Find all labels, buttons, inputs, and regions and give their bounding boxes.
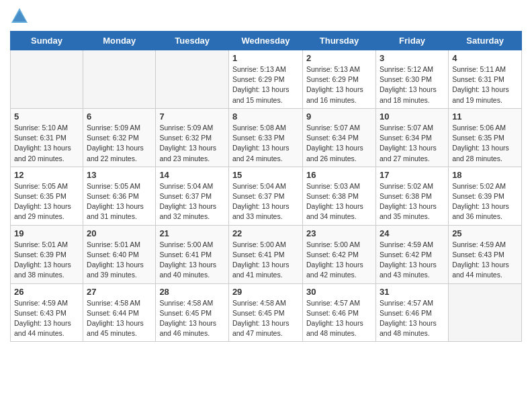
day-cell: 20Sunrise: 5:01 AMSunset: 6:40 PMDayligh… bbox=[83, 225, 156, 283]
day-cell: 19Sunrise: 5:01 AMSunset: 6:39 PMDayligh… bbox=[11, 225, 83, 283]
day-number: 28 bbox=[159, 287, 225, 297]
day-cell: 14Sunrise: 5:04 AMSunset: 6:37 PMDayligh… bbox=[156, 167, 229, 225]
day-info: Sunrise: 5:00 AMSunset: 6:42 PMDaylight:… bbox=[306, 240, 372, 281]
day-number: 18 bbox=[452, 170, 518, 180]
day-info: Sunrise: 5:07 AMSunset: 6:34 PMDaylight:… bbox=[380, 123, 445, 164]
week-row-4: 19Sunrise: 5:01 AMSunset: 6:39 PMDayligh… bbox=[11, 225, 522, 283]
day-info: Sunrise: 5:02 AMSunset: 6:38 PMDaylight:… bbox=[380, 181, 445, 222]
day-cell: 15Sunrise: 5:04 AMSunset: 6:37 PMDayligh… bbox=[228, 167, 302, 225]
day-number: 27 bbox=[87, 287, 152, 297]
day-cell: 5Sunrise: 5:10 AMSunset: 6:31 PMDaylight… bbox=[11, 108, 83, 167]
day-cell: 22Sunrise: 5:00 AMSunset: 6:41 PMDayligh… bbox=[228, 225, 302, 283]
col-header-friday: Friday bbox=[376, 32, 449, 50]
day-cell: 4Sunrise: 5:11 AMSunset: 6:31 PMDaylight… bbox=[449, 50, 522, 109]
day-info: Sunrise: 5:13 AMSunset: 6:29 PMDaylight:… bbox=[232, 64, 299, 105]
day-info: Sunrise: 4:58 AMSunset: 6:44 PMDaylight:… bbox=[87, 298, 152, 339]
day-cell: 16Sunrise: 5:03 AMSunset: 6:38 PMDayligh… bbox=[303, 167, 376, 225]
day-number: 5 bbox=[14, 111, 79, 122]
day-number: 25 bbox=[452, 228, 518, 238]
day-cell: 2Sunrise: 5:13 AMSunset: 6:29 PMDaylight… bbox=[303, 50, 376, 109]
day-info: Sunrise: 5:08 AMSunset: 6:33 PMDaylight:… bbox=[232, 123, 299, 164]
day-cell: 26Sunrise: 4:59 AMSunset: 6:43 PMDayligh… bbox=[11, 283, 83, 342]
day-number: 13 bbox=[87, 170, 152, 180]
day-cell: 7Sunrise: 5:09 AMSunset: 6:32 PMDaylight… bbox=[156, 108, 229, 167]
day-number: 17 bbox=[380, 170, 445, 180]
day-number: 3 bbox=[380, 53, 445, 63]
day-cell: 8Sunrise: 5:08 AMSunset: 6:33 PMDaylight… bbox=[228, 108, 302, 167]
day-number: 2 bbox=[306, 53, 372, 63]
day-number: 26 bbox=[14, 287, 79, 297]
day-number: 23 bbox=[306, 228, 372, 238]
page-container: SundayMondayTuesdayWednesdayThursdayFrid… bbox=[0, 0, 532, 349]
day-info: Sunrise: 5:11 AMSunset: 6:31 PMDaylight:… bbox=[452, 64, 518, 105]
week-row-2: 5Sunrise: 5:10 AMSunset: 6:31 PMDaylight… bbox=[11, 108, 522, 167]
day-info: Sunrise: 4:57 AMSunset: 6:46 PMDaylight:… bbox=[306, 298, 372, 339]
day-cell bbox=[83, 50, 156, 109]
day-info: Sunrise: 5:03 AMSunset: 6:38 PMDaylight:… bbox=[306, 181, 372, 222]
day-number: 11 bbox=[452, 111, 518, 122]
day-number: 24 bbox=[380, 228, 445, 238]
col-header-tuesday: Tuesday bbox=[156, 32, 229, 50]
day-number: 15 bbox=[232, 170, 299, 180]
day-cell: 12Sunrise: 5:05 AMSunset: 6:35 PMDayligh… bbox=[11, 167, 83, 225]
header bbox=[10, 7, 522, 26]
col-header-sunday: Sunday bbox=[11, 32, 83, 50]
col-header-saturday: Saturday bbox=[449, 32, 522, 50]
day-info: Sunrise: 5:10 AMSunset: 6:31 PMDaylight:… bbox=[14, 123, 79, 164]
day-info: Sunrise: 5:09 AMSunset: 6:32 PMDaylight:… bbox=[87, 123, 152, 164]
day-info: Sunrise: 5:07 AMSunset: 6:34 PMDaylight:… bbox=[306, 123, 372, 164]
day-cell: 24Sunrise: 4:59 AMSunset: 6:42 PMDayligh… bbox=[376, 225, 449, 283]
day-number: 6 bbox=[87, 111, 152, 122]
day-cell: 31Sunrise: 4:57 AMSunset: 6:46 PMDayligh… bbox=[376, 283, 449, 342]
day-info: Sunrise: 5:01 AMSunset: 6:40 PMDaylight:… bbox=[87, 240, 152, 281]
day-info: Sunrise: 5:06 AMSunset: 6:35 PMDaylight:… bbox=[452, 123, 518, 164]
day-info: Sunrise: 5:09 AMSunset: 6:32 PMDaylight:… bbox=[159, 123, 225, 164]
day-number: 1 bbox=[232, 53, 299, 63]
day-cell: 9Sunrise: 5:07 AMSunset: 6:34 PMDaylight… bbox=[303, 108, 376, 167]
day-cell: 6Sunrise: 5:09 AMSunset: 6:32 PMDaylight… bbox=[83, 108, 156, 167]
day-number: 20 bbox=[87, 228, 152, 238]
day-number: 30 bbox=[306, 287, 372, 297]
day-cell: 11Sunrise: 5:06 AMSunset: 6:35 PMDayligh… bbox=[449, 108, 522, 167]
day-number: 9 bbox=[306, 111, 372, 122]
day-info: Sunrise: 4:59 AMSunset: 6:43 PMDaylight:… bbox=[14, 298, 79, 339]
day-number: 12 bbox=[14, 170, 79, 180]
day-cell: 29Sunrise: 4:58 AMSunset: 6:45 PMDayligh… bbox=[228, 283, 302, 342]
day-info: Sunrise: 4:59 AMSunset: 6:43 PMDaylight:… bbox=[452, 240, 518, 281]
day-number: 7 bbox=[159, 111, 225, 122]
col-header-wednesday: Wednesday bbox=[228, 32, 302, 50]
day-number: 21 bbox=[159, 228, 225, 238]
day-info: Sunrise: 5:12 AMSunset: 6:30 PMDaylight:… bbox=[380, 64, 445, 105]
day-cell: 28Sunrise: 4:58 AMSunset: 6:45 PMDayligh… bbox=[156, 283, 229, 342]
day-cell bbox=[449, 283, 522, 342]
day-cell: 10Sunrise: 5:07 AMSunset: 6:34 PMDayligh… bbox=[376, 108, 449, 167]
day-info: Sunrise: 5:13 AMSunset: 6:29 PMDaylight:… bbox=[306, 64, 372, 105]
day-info: Sunrise: 5:05 AMSunset: 6:36 PMDaylight:… bbox=[87, 181, 152, 222]
day-cell bbox=[156, 50, 229, 109]
day-info: Sunrise: 5:02 AMSunset: 6:39 PMDaylight:… bbox=[452, 181, 518, 222]
day-info: Sunrise: 4:58 AMSunset: 6:45 PMDaylight:… bbox=[232, 298, 299, 339]
day-cell: 21Sunrise: 5:00 AMSunset: 6:41 PMDayligh… bbox=[156, 225, 229, 283]
day-info: Sunrise: 5:01 AMSunset: 6:39 PMDaylight:… bbox=[14, 240, 79, 281]
logo-icon bbox=[10, 7, 29, 26]
day-cell: 18Sunrise: 5:02 AMSunset: 6:39 PMDayligh… bbox=[449, 167, 522, 225]
day-cell: 27Sunrise: 4:58 AMSunset: 6:44 PMDayligh… bbox=[83, 283, 156, 342]
col-header-thursday: Thursday bbox=[303, 32, 376, 50]
day-info: Sunrise: 5:00 AMSunset: 6:41 PMDaylight:… bbox=[232, 240, 299, 281]
day-info: Sunrise: 5:05 AMSunset: 6:35 PMDaylight:… bbox=[14, 181, 79, 222]
logo bbox=[10, 7, 30, 26]
day-info: Sunrise: 5:04 AMSunset: 6:37 PMDaylight:… bbox=[232, 181, 299, 222]
day-number: 10 bbox=[380, 111, 445, 122]
day-cell: 25Sunrise: 4:59 AMSunset: 6:43 PMDayligh… bbox=[449, 225, 522, 283]
day-number: 19 bbox=[14, 228, 79, 238]
day-info: Sunrise: 5:04 AMSunset: 6:37 PMDaylight:… bbox=[159, 181, 225, 222]
svg-marker-1 bbox=[13, 11, 26, 21]
day-cell: 17Sunrise: 5:02 AMSunset: 6:38 PMDayligh… bbox=[376, 167, 449, 225]
week-row-3: 12Sunrise: 5:05 AMSunset: 6:35 PMDayligh… bbox=[11, 167, 522, 225]
header-row: SundayMondayTuesdayWednesdayThursdayFrid… bbox=[11, 32, 522, 50]
week-row-1: 1Sunrise: 5:13 AMSunset: 6:29 PMDaylight… bbox=[11, 50, 522, 109]
week-row-5: 26Sunrise: 4:59 AMSunset: 6:43 PMDayligh… bbox=[11, 283, 522, 342]
day-info: Sunrise: 4:57 AMSunset: 6:46 PMDaylight:… bbox=[380, 298, 445, 339]
day-number: 16 bbox=[306, 170, 372, 180]
day-info: Sunrise: 5:00 AMSunset: 6:41 PMDaylight:… bbox=[159, 240, 225, 281]
